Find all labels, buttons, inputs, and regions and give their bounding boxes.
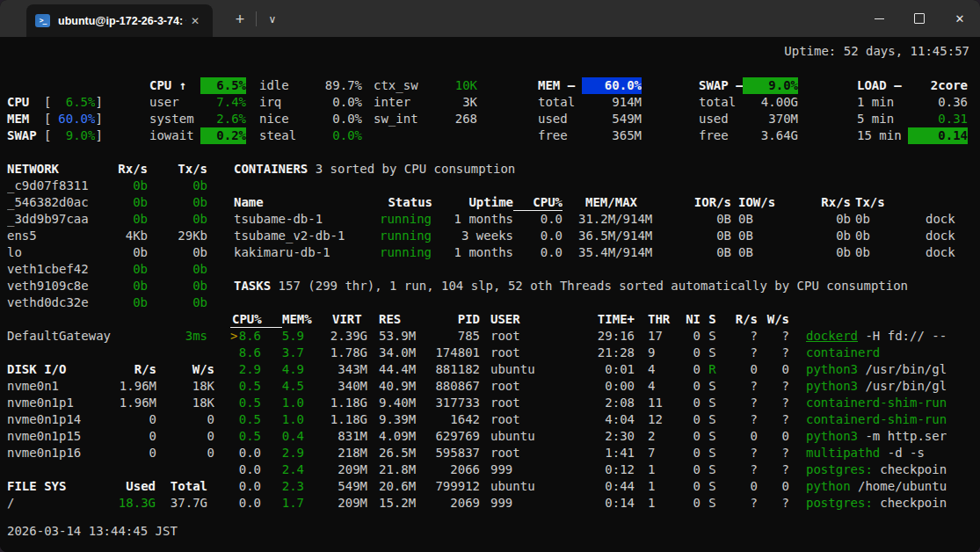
- task-threads: 17: [648, 328, 674, 345]
- network-row: lo 0b 0b: [7, 244, 207, 261]
- load-stat-row: 1 min 0.36: [857, 94, 968, 111]
- cpu-stat-value: 0.2%: [200, 127, 246, 144]
- titlebar[interactable]: >_ ubuntu@ip-172-26-3-74: ~ ✕ + ∨ ✕: [0, 0, 980, 37]
- cpu-stat-label: inter: [374, 94, 425, 111]
- network-row: _546382d0ac 0b 0b: [7, 194, 207, 211]
- task-virt: 209M: [304, 495, 367, 512]
- task-mem: 0.4: [261, 428, 304, 445]
- network-col-tx: Tx/s: [148, 161, 207, 178]
- container-name: tsubame-db-1: [234, 211, 380, 228]
- task-threads: 1: [648, 461, 674, 478]
- swap-title: SWAP –: [699, 77, 743, 94]
- powershell-icon: >_: [35, 14, 50, 27]
- container-tx: 0b: [855, 211, 908, 228]
- load-stat-value: 0.36: [908, 94, 968, 111]
- tab-close-icon[interactable]: ✕: [186, 13, 204, 29]
- mem-stat-row: free 365M: [538, 127, 642, 144]
- task-nice: 0: [674, 478, 701, 495]
- task-user: ubuntu: [490, 361, 568, 378]
- task-read: ?: [724, 395, 758, 411]
- mem-stat-label: used: [538, 111, 582, 127]
- terminal[interactable]: Uptime: 52 days, 11:45:57 CPU [ 6.5% ] M…: [0, 37, 980, 552]
- task-virt: 343M: [304, 361, 367, 378]
- task-nice: 0: [674, 378, 701, 395]
- task-row: 0.5 1.0 1.18G 9.40M 317733 root 2:08 11 …: [230, 395, 947, 411]
- minimize-button[interactable]: [859, 0, 899, 37]
- network-col-rx: Rx/s: [104, 161, 148, 178]
- tab-title: ubuntu@ip-172-26-3-74: ~: [58, 15, 186, 27]
- terminal-tab[interactable]: >_ ubuntu@ip-172-26-3-74: ~ ✕: [26, 4, 213, 37]
- disk-row: nvme0n1p14 0 0: [7, 411, 214, 428]
- cpu-stat-value: 89.7%: [303, 77, 362, 94]
- cpu-stat-label: system: [149, 111, 200, 127]
- task-user: root: [490, 328, 568, 345]
- cpu-stat-value: 0.0%: [303, 111, 362, 127]
- task-threads: 2: [648, 428, 674, 445]
- cpu-stat-value: 10K: [425, 77, 477, 94]
- load-stat-label: 1 min: [857, 94, 908, 111]
- containers-title-row: CONTAINERS 3 sorted by CPU consumption: [234, 161, 978, 178]
- quicklook-row: CPU [ 6.5% ]: [7, 94, 103, 111]
- task-cpu: 0.0: [238, 445, 261, 461]
- container-iow: 0B: [738, 244, 791, 261]
- tasks-col-ws: W/s: [758, 311, 789, 328]
- disk-row: nvme0n1p1 1.96M 18K: [7, 395, 214, 411]
- task-pid: 881182: [425, 361, 480, 378]
- task-write: 0: [758, 478, 789, 495]
- container-name: kakimaru-db-1: [234, 244, 380, 261]
- tasks-title: TASKS: [234, 278, 271, 294]
- cpu-stat-value: 3K: [425, 94, 477, 111]
- task-threads: 11: [648, 395, 674, 411]
- bracket-close: ]: [95, 94, 102, 111]
- disk-section: DISK I/O R/s W/s nvme0n1 1.96M 18K nvme0…: [7, 361, 214, 461]
- disk-col-w: W/s: [156, 361, 214, 378]
- container-tx: 0b: [855, 244, 908, 261]
- cpu-stat-value: 0.0%: [303, 94, 362, 111]
- container-ior: 0B: [670, 211, 731, 228]
- task-command-args: /usr/bin/gl: [858, 379, 947, 393]
- filesys-col-total: Total: [156, 478, 207, 495]
- task-read: ?: [724, 345, 758, 361]
- net-rx: 4Kb: [104, 228, 148, 244]
- task-res: 15.2M: [379, 495, 425, 512]
- cpu-stat-row: iowait 0.2%: [149, 127, 246, 144]
- task-row: 8.6 3.7 1.78G 34.0M 174801 root 21:28 9 …: [230, 345, 947, 361]
- task-read: ?: [724, 495, 758, 512]
- cpu-title: CPU ↑: [149, 77, 200, 94]
- bracket-close: ]: [95, 111, 102, 127]
- disk-row: nvme0n1p15 0 0: [7, 428, 214, 445]
- maximize-button[interactable]: [899, 0, 940, 37]
- task-time: 2:30: [568, 428, 635, 445]
- task-virt: 549M: [304, 478, 367, 495]
- filesys-col-used: Used: [82, 478, 156, 495]
- disk-header-row: DISK I/O R/s W/s: [7, 361, 214, 378]
- close-button[interactable]: ✕: [940, 0, 980, 37]
- task-nice: 0: [674, 411, 701, 428]
- container-mem: 35.4M/914M: [578, 244, 670, 261]
- disk-device: nvme0n1p16: [7, 445, 95, 461]
- cpu-stat-value: 268: [425, 111, 477, 127]
- load-title: LOAD –: [857, 77, 908, 94]
- network-row: vethd0dc32e 0b 0b: [7, 294, 207, 311]
- task-time: 0:00: [568, 378, 635, 395]
- tasks-counts: 157 (299 thr), 1 run, 104 slp, 52 oth: [271, 278, 552, 294]
- task-marker: [230, 428, 238, 445]
- task-res: 34.0M: [379, 345, 425, 361]
- container-iow: 0B: [738, 228, 791, 244]
- swap-stat-label: total: [699, 94, 743, 111]
- task-cpu: 8.6: [238, 345, 261, 361]
- container-rx: 0b: [791, 244, 851, 261]
- task-virt: 2.39G: [304, 328, 367, 345]
- task-virt: 1.18G: [304, 411, 367, 428]
- tasks-col-mem: MEM%: [282, 311, 332, 328]
- disk-read: 0: [95, 411, 156, 428]
- task-user: ubuntu: [490, 478, 568, 495]
- network-row: veth1cbef42 0b 0b: [7, 261, 207, 278]
- new-tab-button[interactable]: +: [227, 7, 253, 32]
- load-stat-row: 5 min 0.31: [857, 111, 968, 127]
- tab-dropdown-chevron-icon[interactable]: ∨: [260, 7, 285, 32]
- load-stat-row: 15 min 0.14: [857, 127, 968, 144]
- task-command-args: /home/ubuntu: [851, 479, 947, 493]
- mem-header-row: MEM – 60.0%: [538, 77, 642, 94]
- net-tx: 0b: [148, 178, 207, 194]
